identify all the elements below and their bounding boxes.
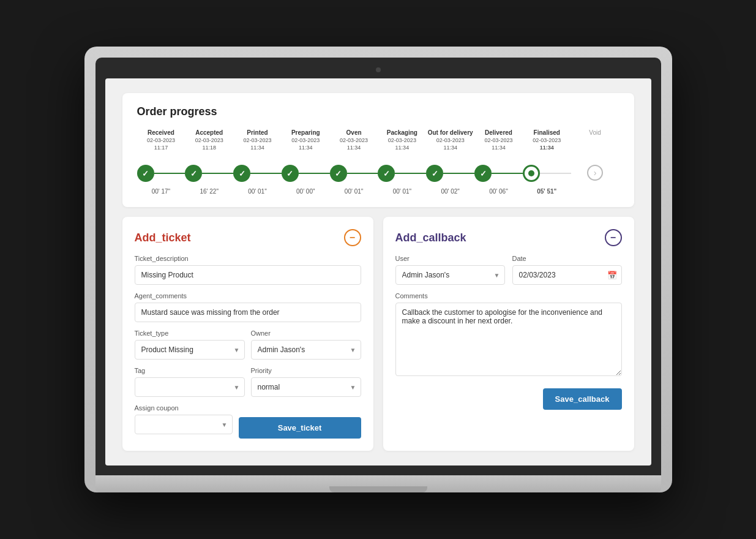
connector-8 (492, 173, 523, 174)
order-progress-card: Order progress Received 02-03-2023 11:17 (122, 93, 634, 207)
stage-accepted: Accepted 02-03-2023 11:18 ✓ 16' 22" (185, 129, 233, 195)
comments-textarea[interactable]: Callback the customer to apologise for t… (395, 303, 622, 376)
screen: Order progress Received 02-03-2023 11:17 (105, 78, 651, 466)
laptop-frame: Order progress Received 02-03-2023 11:17 (84, 47, 672, 492)
ticket-description-label: Ticket_description (135, 255, 361, 262)
stage-circle-out-for-delivery: ✓ (426, 165, 443, 182)
assign-coupon-label: Assign coupon (135, 404, 361, 412)
stage-circle-finalised (523, 165, 540, 182)
panels-row: Add_ticket − Ticket_description Agent_co… (122, 217, 634, 451)
connector-7 (443, 173, 474, 174)
stage-preparing: Preparing 02-03-2023 11:34 ✓ 00' 00" (282, 129, 330, 195)
tag-select[interactable] (135, 377, 245, 397)
content-area: Order progress Received 02-03-2023 11:17 (105, 78, 651, 466)
connector-1 (154, 173, 185, 174)
stage-circle-printed: ✓ (233, 165, 250, 182)
stage-name-accepted: Accepted (195, 129, 223, 136)
agent-comments-input[interactable] (135, 303, 361, 322)
stage-circle-received: ✓ (137, 165, 154, 182)
ticket-description-input[interactable] (135, 265, 361, 285)
order-progress-title: Order progress (137, 105, 619, 118)
connector-6 (395, 173, 426, 174)
stage-name-received: Received (147, 129, 175, 136)
stage-circle-delivered: ✓ (474, 165, 492, 182)
stage-finalised: Finalised 02-03-2023 11:34 05' 51" (523, 129, 571, 195)
callback-user-label: User (395, 255, 505, 262)
stage-duration-received: 00' 17" (152, 188, 170, 195)
agent-comments-label: Agent_comments (135, 292, 361, 300)
ticket-panel-title: Add_ticket (135, 232, 191, 244)
callback-date-label: Date (512, 255, 622, 262)
ticket-type-select[interactable]: Product Missing Wrong Order Late Deliver… (135, 340, 245, 360)
laptop-base (95, 475, 661, 492)
callback-user-select[interactable]: Admin Jason's Admin Support (395, 265, 505, 285)
stage-out-for-delivery: Out for delivery 02-03-2023 11:34 ✓ 00' (426, 129, 474, 195)
screen-bezel: Order progress Received 02-03-2023 11:17 (95, 58, 661, 475)
connector-4 (299, 173, 330, 174)
camera-dot (376, 67, 381, 72)
stage-printed: Printed 02-03-2023 11:34 ✓ 00' 01" (233, 129, 282, 195)
stage-circle-oven: ✓ (330, 165, 347, 182)
void-label: Void (589, 129, 601, 136)
callback-minus-button[interactable]: − (605, 229, 622, 246)
stage-received: Received 02-03-2023 11:17 ✓ 00' 17" (137, 129, 185, 195)
stage-void: Void (571, 129, 619, 187)
tag-label: Tag (135, 367, 245, 374)
stage-packaging: Packaging 02-03-2023 11:34 ✓ 00' 01" (378, 129, 426, 195)
stage-delivered: Delivered 02-03-2023 11:34 ✓ 00' 06" (474, 129, 523, 195)
ticket-type-label: Ticket_type (135, 330, 245, 337)
add-ticket-panel: Add_ticket − Ticket_description Agent_co… (122, 217, 373, 451)
stage-circle-accepted: ✓ (185, 165, 202, 182)
stage-circle-preparing: ✓ (282, 165, 299, 182)
stage-circle-void (587, 165, 603, 181)
callback-panel-header: Add_callback − (395, 229, 622, 246)
add-callback-panel: Add_callback − User Admin Jason's Admin (383, 217, 634, 451)
stage-circle-packaging: ✓ (378, 165, 395, 182)
callback-panel-title: Add_callback (395, 232, 466, 244)
connector-5 (347, 173, 378, 174)
stage-date-received: 02-03-2023 (147, 137, 175, 143)
stage-oven: Oven 02-03-2023 11:34 ✓ 00' 01" (330, 129, 378, 195)
priority-label: Priority (251, 367, 361, 374)
save-callback-button[interactable]: Save_callback (543, 388, 622, 410)
connector-2 (202, 173, 233, 174)
ticket-panel-header: Add_ticket − (135, 229, 361, 246)
progress-stages: Received 02-03-2023 11:17 ✓ 00' 17" (137, 129, 619, 195)
ticket-minus-button[interactable]: − (344, 229, 361, 246)
owner-label: Owner (251, 330, 361, 337)
callback-date-input[interactable] (512, 265, 622, 285)
connector-9 (540, 173, 571, 174)
stage-time-received: 11:17 (147, 145, 175, 151)
save-ticket-button[interactable]: Save_ticket (239, 417, 361, 439)
connector-3 (250, 173, 282, 174)
priority-select[interactable]: normal high urgent low (251, 377, 361, 397)
assign-coupon-select[interactable] (135, 415, 233, 434)
comments-label: Comments (395, 292, 622, 300)
owner-select[interactable]: Admin Jason's Admin Support (251, 340, 361, 360)
